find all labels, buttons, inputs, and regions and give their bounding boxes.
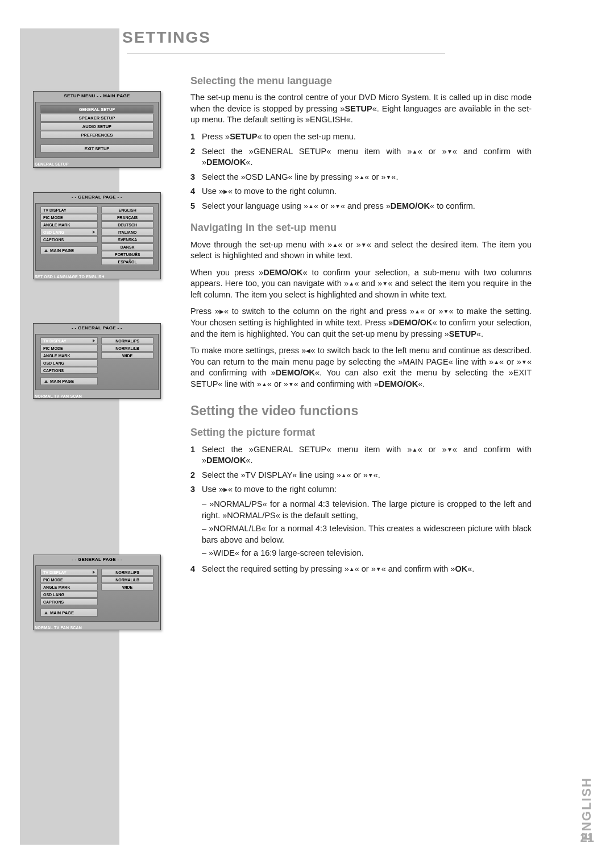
header-text: SETTINGS — [122, 28, 211, 46]
osd-body: TV DISPLAY PIC MODE ANGLE MARK OSD LANG … — [35, 203, 159, 271]
osd-general-tv-2: - - GENERAL PAGE - - TV DISPLAY PIC MODE… — [33, 555, 161, 630]
menu-item: AUDIO SETUP — [40, 122, 154, 130]
section-title: Selecting the menu language — [190, 74, 532, 88]
triangle-down-icon: ▼ — [382, 280, 388, 288]
triangle-down-icon: ▼ — [385, 173, 391, 181]
option: ESPAÑOL — [101, 258, 154, 265]
step: 4Use »▶« to move to the right column. — [190, 186, 532, 197]
menu-item-selected: OSD LANG — [40, 229, 98, 235]
option: DANSK — [101, 243, 154, 250]
chevron-right-icon — [93, 339, 95, 342]
paragraph: Move through the set-up menu with »▲« or… — [190, 239, 532, 262]
step: 2Select the »GENERAL SETUP« menu item wi… — [190, 146, 532, 168]
osd-title: SETUP MENU - - MAIN PAGE — [34, 92, 160, 100]
osd-body: TV DISPLAY PIC MODE ANGLE MARK OSD LANG … — [35, 334, 159, 390]
main-content: Selecting the menu language The set-up m… — [190, 74, 532, 578]
menu-nav: MAIN PAGE — [40, 246, 98, 254]
triangle-up-icon: ▲ — [341, 472, 347, 480]
option-selected: ENGLISH — [101, 206, 154, 213]
section-title: Navigating in the set-up menu — [190, 221, 532, 234]
triangle-right-icon: ▶ — [223, 188, 228, 196]
osd-title: - - GENERAL PAGE - - — [34, 193, 160, 201]
triangle-up-icon: ▲ — [493, 358, 499, 366]
osd-footer: NORMAL TV PAN SCAN — [34, 623, 160, 630]
step: 1Press »SETUP« to open the set-up menu. — [190, 131, 532, 143]
option-selected: NORMAL/PS — [101, 337, 154, 344]
step: 1Select the »GENERAL SETUP« menu item wi… — [190, 444, 532, 466]
menu-item: ANGLE MARK — [40, 352, 98, 359]
osd-left-col: TV DISPLAY PIC MODE ANGLE MARK OSD LANG … — [40, 206, 98, 266]
triangle-down-icon: ▼ — [288, 381, 294, 388]
triangle-up-icon: ▲ — [349, 280, 354, 288]
triangle-up-icon: ▲ — [412, 446, 418, 454]
page-number: 21 — [580, 830, 594, 845]
menu-item: TV DISPLAY — [40, 206, 98, 213]
chevron-right-icon — [93, 230, 95, 234]
osd-main-page: SETUP MENU - - MAIN PAGE GENERAL SETUP S… — [33, 91, 161, 168]
menu-item: PIC MODE — [40, 214, 98, 221]
osd-left-col: TV DISPLAY PIC MODE ANGLE MARK OSD LANG … — [40, 337, 98, 385]
osd-right-col: ENGLISH FRANÇAIS DEUTSCH ITALIANO SVENSK… — [101, 206, 154, 266]
menu-item: OSD LANG — [40, 591, 98, 598]
triangle-down-icon: ▼ — [447, 446, 453, 454]
triangle-down-icon: ▼ — [376, 565, 381, 573]
menu-item: ANGLE MARK — [40, 584, 98, 590]
menu-item: PIC MODE — [40, 576, 98, 583]
step-sub: – »NORMAL/LB« for a normal 4:3 televisio… — [202, 523, 532, 545]
arrow-up-icon — [44, 611, 48, 614]
arrow-up-icon — [44, 249, 48, 252]
triangle-down-icon: ▼ — [521, 358, 527, 366]
step-sub: – »NORMAL/PS« for a normal 4:3 televisio… — [202, 499, 532, 521]
osd-right-col: NORMAL/PS NORMAL/LB WIDE — [101, 337, 154, 385]
paragraph: To make more settings, press »◀« to swit… — [190, 345, 532, 390]
paragraph: When you press »DEMO/OK« to confirm your… — [190, 267, 532, 301]
triangle-up-icon: ▲ — [332, 241, 338, 249]
option: SVENSKA — [101, 236, 154, 243]
menu-item: OSD LANG — [40, 359, 98, 366]
triangle-down-icon: ▼ — [447, 148, 453, 156]
triangle-up-icon: ▲ — [414, 308, 420, 316]
menu-item: CAPTIONS — [40, 598, 98, 605]
osd-left-col: TV DISPLAY PIC MODE ANGLE MARK OSD LANG … — [40, 568, 98, 617]
menu-item: SPEAKER SETUP — [40, 114, 154, 122]
menu-nav: MAIN PAGE — [40, 609, 98, 617]
triangle-up-icon: ▲ — [412, 148, 418, 156]
menu-item: ANGLE MARK — [40, 221, 98, 228]
step: 3Use »▶« to move to the right column: — [190, 484, 532, 495]
option: DEUTSCH — [101, 221, 154, 228]
menu-item: CAPTIONS — [40, 236, 98, 243]
triangle-right-icon: ▶ — [219, 308, 224, 316]
menu-exit: EXIT SETUP — [40, 144, 154, 152]
header-rule — [127, 53, 445, 53]
menu-item: PIC MODE — [40, 345, 98, 352]
triangle-up-icon: ▲ — [349, 565, 355, 573]
menu-item: PREFERENCES — [40, 131, 154, 139]
step: 3Select the »OSD LANG« line by pressing … — [190, 172, 532, 183]
osd-footer: SET OSD LANGUAGE TO ENGLISH — [34, 272, 160, 279]
triangle-up-icon: ▲ — [262, 381, 267, 388]
osd-title: - - GENERAL PAGE - - — [34, 324, 160, 332]
menu-item: GENERAL SETUP — [40, 105, 154, 113]
step: 4Select the required setting by pressing… — [190, 564, 532, 575]
option: FRANÇAIS — [101, 214, 154, 221]
manual-page: SETTINGS SETUP MENU - - MAIN PAGE GENERA… — [0, 0, 614, 868]
option: ITALIANO — [101, 229, 154, 235]
osd-general-tv-1: - - GENERAL PAGE - - TV DISPLAY PIC MODE… — [33, 323, 161, 399]
page-header: SETTINGS — [122, 28, 532, 65]
osd-right-col: NORMAL/PS NORMAL/LB WIDE — [101, 568, 154, 617]
osd-body: GENERAL SETUP SPEAKER SETUP AUDIO SETUP … — [35, 102, 159, 158]
option: NORMAL/LB — [101, 345, 154, 352]
arrow-up-icon — [44, 380, 48, 383]
osd-general-lang: - - GENERAL PAGE - - TV DISPLAY PIC MODE… — [33, 192, 161, 279]
step-sub: – »WIDE« for a 16:9 large-screen televis… — [202, 548, 532, 559]
triangle-down-icon: ▼ — [335, 202, 341, 210]
menu-item-selected: TV DISPLAY — [40, 569, 98, 576]
triangle-right-icon: ▶ — [223, 486, 228, 494]
option: WIDE — [101, 584, 154, 590]
triangle-down-icon: ▼ — [361, 241, 367, 249]
triangle-up-icon: ▲ — [308, 202, 314, 210]
osd-body: TV DISPLAY PIC MODE ANGLE MARK OSD LANG … — [35, 565, 159, 622]
triangle-up-icon: ▲ — [359, 173, 364, 181]
paragraph: Press »▶« to switch to the column on the… — [190, 306, 532, 340]
menu-item: CAPTIONS — [40, 367, 98, 374]
